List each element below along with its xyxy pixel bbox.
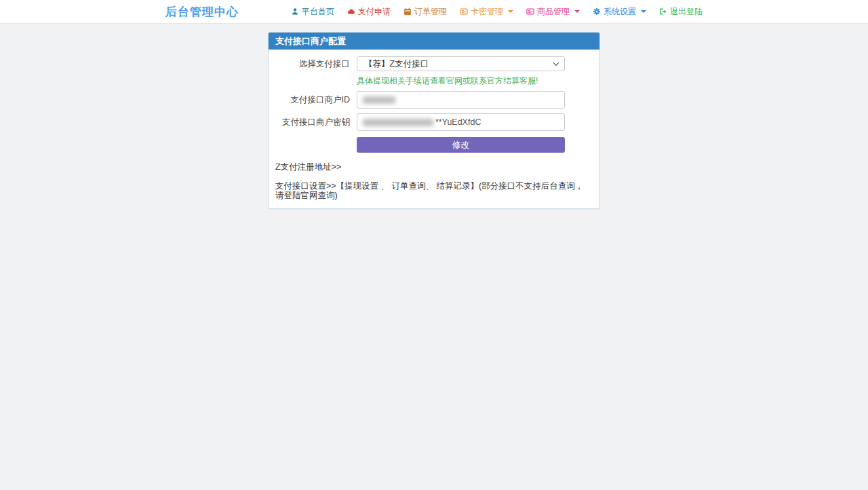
merchant-id-label: 支付接口商户ID	[275, 94, 350, 106]
chevron-down-icon	[508, 10, 513, 13]
nav-item-label: 订单管理	[414, 6, 447, 18]
nav-item-logout[interactable]: 退出登陆	[659, 6, 703, 18]
redacted-merchant-id	[363, 96, 395, 104]
nav-item-label: 系统设置	[604, 6, 636, 18]
nav-item-platform-home[interactable]: 平台首页	[291, 6, 334, 18]
nav-item-payment-apply[interactable]: 支付申请	[347, 6, 391, 18]
panel-title: 支付接口商户配置	[269, 33, 599, 50]
merchant-key-visible-text: **YuEdXfdC	[435, 117, 481, 127]
payment-interface-settings-link[interactable]: 支付接口设置>>【提现设置 、 订单查询、 结算记录】	[275, 181, 479, 191]
nav-item-label: 支付申请	[358, 6, 391, 18]
nav-item-label: 退出登陆	[670, 6, 703, 18]
chevron-down-icon	[574, 10, 580, 13]
user-icon	[291, 7, 299, 16]
cloud-icon	[347, 7, 355, 16]
modify-button[interactable]: 修改	[357, 137, 565, 153]
nav-menu: 平台首页 支付申请 订单管理	[291, 6, 703, 18]
calendar-icon	[403, 7, 412, 16]
nav-item-label: 商品管理	[537, 6, 570, 18]
nav-item-product-management[interactable]: 商品管理	[526, 6, 580, 18]
top-navbar: 后台管理中心 平台首页 支付申请	[0, 0, 868, 24]
sign-out-icon	[659, 7, 667, 16]
nav-item-order-management[interactable]: 订单管理	[403, 6, 447, 18]
select-payment-interface-label: 选择支付接口	[275, 58, 350, 70]
merchant-id-input[interactable]	[357, 91, 565, 109]
id-card-icon	[460, 7, 468, 16]
redacted-merchant-key	[363, 119, 433, 126]
id-card-icon	[526, 7, 534, 16]
nav-item-label: 卡密管理	[471, 6, 503, 18]
payment-config-panel: 支付接口商户配置 选择支付接口 【荐】Z支付接口 具体提现相关手续请查看官网或联…	[268, 32, 600, 209]
chevron-down-icon	[641, 10, 646, 13]
withdraw-helper-text: 具体提现相关手续请查看官网或联系官方结算客服!	[357, 76, 593, 86]
app-title[interactable]: 后台管理中心	[165, 4, 239, 20]
merchant-key-input[interactable]: **YuEdXfdC	[357, 113, 565, 131]
nav-item-card-management[interactable]: 卡密管理	[460, 6, 513, 18]
gear-icon	[593, 7, 601, 16]
nav-item-label: 平台首页	[302, 6, 334, 18]
merchant-key-label: 支付接口商户密钥	[275, 117, 350, 128]
zpay-register-link[interactable]: Z支付注册地址>>	[275, 162, 341, 172]
nav-item-system-settings[interactable]: 系统设置	[593, 6, 646, 18]
payment-interface-select[interactable]: 【荐】Z支付接口	[357, 56, 565, 71]
